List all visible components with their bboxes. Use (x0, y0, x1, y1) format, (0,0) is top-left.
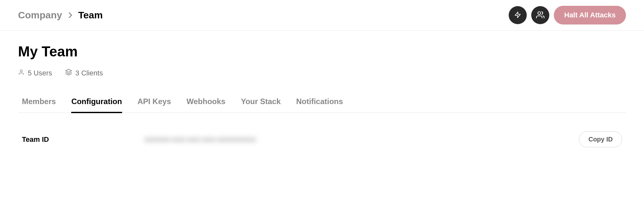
users-stat: 5 Users (18, 69, 52, 78)
svg-marker-3 (66, 69, 72, 72)
chevron-right-icon (68, 12, 72, 19)
halt-all-attacks-button[interactable]: Halt All Attacks (554, 6, 626, 24)
users-count: 5 Users (28, 69, 52, 77)
layers-icon (65, 69, 72, 78)
clients-stat: 3 Clients (65, 69, 103, 78)
users-icon (535, 11, 545, 20)
svg-point-1 (538, 12, 541, 15)
breadcrumb-current: Team (78, 10, 103, 21)
clients-count: 3 Clients (75, 69, 103, 77)
lightning-button[interactable] (509, 6, 527, 24)
team-id-value: xxxxxxxx-xxxx-xxxx-xxxx-xxxxxxxxxxxx (144, 136, 579, 143)
team-id-row: Team ID xxxxxxxx-xxxx-xxxx-xxxx-xxxxxxxx… (18, 126, 626, 153)
tabs: Members Configuration API Keys Webhooks … (18, 97, 626, 113)
team-id-label: Team ID (22, 135, 144, 144)
page-title: My Team (18, 44, 626, 60)
tab-configuration[interactable]: Configuration (71, 97, 122, 113)
lightning-icon (514, 10, 521, 20)
tab-your-stack[interactable]: Your Stack (241, 97, 281, 113)
user-icon (18, 69, 24, 78)
users-button[interactable] (531, 6, 549, 24)
tab-notifications[interactable]: Notifications (296, 97, 343, 113)
breadcrumb-parent[interactable]: Company (18, 10, 62, 21)
tab-api-keys[interactable]: API Keys (138, 97, 171, 113)
tab-members[interactable]: Members (22, 97, 56, 113)
svg-point-2 (20, 70, 23, 72)
copy-id-button[interactable]: Copy ID (579, 131, 622, 147)
breadcrumb: Company Team (18, 10, 103, 21)
tab-webhooks[interactable]: Webhooks (187, 97, 226, 113)
svg-marker-0 (515, 12, 521, 17)
